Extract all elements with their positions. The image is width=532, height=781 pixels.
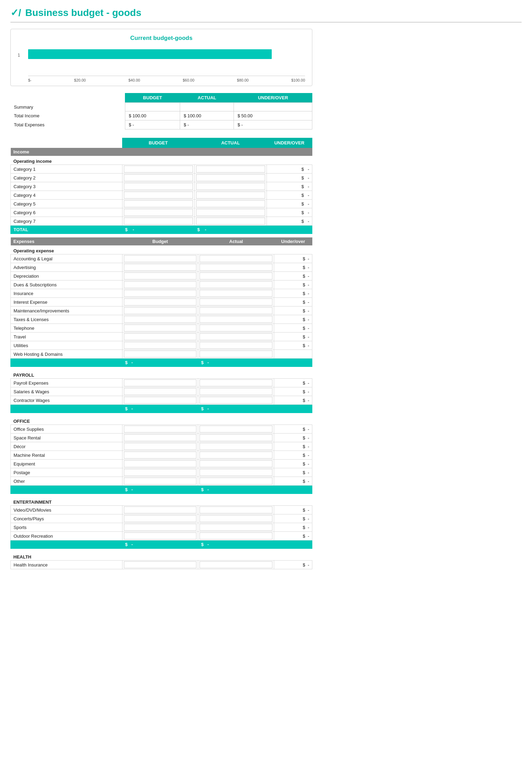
budget-input[interactable] — [124, 561, 197, 568]
payroll-subtotal-row: $ - $ - — [11, 405, 312, 413]
budget-input[interactable] — [124, 192, 193, 199]
budget-input[interactable] — [124, 532, 197, 539]
budget-input[interactable] — [124, 443, 197, 450]
summary-expenses-actual: $ - — [180, 120, 234, 129]
actual-input[interactable] — [200, 469, 272, 476]
expense-underover: $ - — [274, 532, 312, 540]
budget-input[interactable] — [124, 388, 197, 395]
actual-input[interactable] — [196, 183, 265, 190]
budget-input[interactable] — [124, 452, 197, 459]
budget-input[interactable] — [124, 264, 197, 271]
budget-input[interactable] — [124, 166, 193, 173]
budget-input[interactable] — [124, 174, 193, 181]
table-row: Utilities $ - — [11, 341, 312, 350]
actual-input[interactable] — [200, 426, 272, 433]
budget-input[interactable] — [124, 299, 197, 305]
income-total-actual: $ - — [194, 226, 267, 234]
budget-input[interactable] — [124, 434, 197, 441]
actual-input[interactable] — [200, 316, 272, 323]
actual-input[interactable] — [196, 209, 265, 216]
summary-row-label-0: Summary — [10, 103, 125, 111]
chart-x-line — [28, 76, 305, 76]
actual-input[interactable] — [200, 515, 272, 522]
actual-input[interactable] — [200, 434, 272, 441]
budget-input[interactable] — [124, 218, 193, 225]
actual-input[interactable] — [200, 307, 272, 314]
budget-input[interactable] — [124, 524, 197, 531]
expense-underover: $ - — [274, 506, 312, 514]
expense-underover: $ - — [274, 379, 312, 387]
summary-row-income: Total Income $ 100.00 $ 100.00 $ 50.00 — [10, 111, 312, 120]
actual-input[interactable] — [200, 524, 272, 531]
expense-label: Contractor Wages — [11, 396, 123, 405]
entertainment-subtotal-underover — [274, 540, 312, 549]
budget-input[interactable] — [124, 515, 197, 522]
category-underover: $ - — [267, 191, 312, 200]
actual-input[interactable] — [200, 255, 272, 262]
expenses-table: Expenses Budget Actual Under/over Operat… — [10, 237, 312, 569]
summary-table: BUDGET ACTUAL UNDER/OVER Summary Total I… — [10, 93, 312, 129]
budget-input[interactable] — [124, 379, 197, 386]
actual-input[interactable] — [196, 200, 265, 207]
actual-input[interactable] — [200, 388, 272, 395]
actual-input[interactable] — [200, 397, 272, 404]
summary-col-budget: BUDGET — [125, 93, 180, 103]
budget-input[interactable] — [124, 460, 197, 467]
operating-subtotal-row: $ - $ - — [11, 359, 312, 367]
budget-input[interactable] — [124, 342, 197, 349]
payroll-header: PAYROLL — [11, 370, 312, 379]
actual-input[interactable] — [200, 443, 272, 450]
actual-input[interactable] — [200, 506, 272, 513]
expense-label: Salaries & Wages — [11, 387, 123, 396]
expense-label: Telephone — [11, 324, 123, 333]
actual-input[interactable] — [200, 351, 272, 358]
budget-input[interactable] — [124, 397, 197, 404]
budget-input[interactable] — [124, 200, 193, 207]
budget-input[interactable] — [124, 426, 197, 433]
actual-input[interactable] — [196, 218, 265, 225]
actual-input[interactable] — [200, 272, 272, 279]
budget-input[interactable] — [124, 506, 197, 513]
table-row: Space Rental $ - — [11, 434, 312, 442]
category-label: Category 7 — [11, 217, 123, 226]
office-subtotal-actual: $ - — [198, 486, 274, 494]
budget-input[interactable] — [124, 272, 197, 279]
category-budget-input[interactable] — [122, 165, 194, 174]
budget-input[interactable] — [124, 478, 197, 485]
income-total-label: TOTAL — [11, 226, 123, 234]
budget-input[interactable] — [124, 469, 197, 476]
actual-input[interactable] — [200, 281, 272, 288]
actual-input[interactable] — [200, 478, 272, 485]
actual-input[interactable] — [200, 532, 272, 539]
actual-input[interactable] — [200, 299, 272, 305]
actual-input[interactable] — [196, 192, 265, 199]
expense-label: Interest Expense — [11, 298, 123, 306]
budget-input[interactable] — [124, 316, 197, 323]
income-header-label: Income — [11, 148, 312, 156]
actual-input[interactable] — [200, 460, 272, 467]
actual-input[interactable] — [200, 561, 272, 568]
logo-icon: ✓/ — [10, 7, 21, 18]
expense-label: Equipment — [11, 460, 123, 468]
actual-input[interactable] — [200, 379, 272, 386]
budget-input[interactable] — [124, 290, 197, 297]
budget-input[interactable] — [124, 351, 197, 358]
budget-input[interactable] — [124, 209, 193, 216]
actual-input[interactable] — [200, 342, 272, 349]
actual-input[interactable] — [196, 166, 265, 173]
actual-input[interactable] — [200, 452, 272, 459]
budget-input[interactable] — [124, 307, 197, 314]
budget-input[interactable] — [124, 255, 197, 262]
actual-input[interactable] — [200, 333, 272, 340]
actual-input[interactable] — [200, 325, 272, 331]
budget-input[interactable] — [124, 325, 197, 331]
budget-input[interactable] — [124, 281, 197, 288]
entertainment-label: ENTERTAINMENT — [11, 497, 312, 506]
budget-input[interactable] — [124, 333, 197, 340]
summary-expenses-underover: $ - — [234, 120, 312, 129]
budget-input[interactable] — [124, 183, 193, 190]
category-actual-input[interactable] — [194, 165, 267, 174]
actual-input[interactable] — [200, 290, 272, 297]
actual-input[interactable] — [200, 264, 272, 271]
actual-input[interactable] — [196, 174, 265, 181]
